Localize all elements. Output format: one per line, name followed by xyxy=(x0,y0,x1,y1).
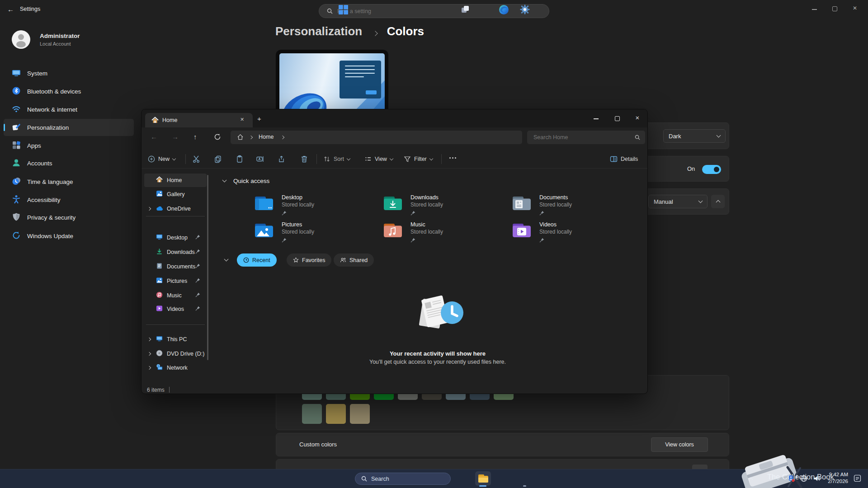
sidebar-item-home[interactable]: Home xyxy=(144,174,207,187)
copy-button[interactable] xyxy=(214,155,222,165)
details-button[interactable]: Details xyxy=(610,153,638,165)
more-options-button[interactable] xyxy=(449,157,456,159)
new-button[interactable]: New xyxy=(148,153,175,165)
gallery-icon xyxy=(156,190,163,198)
settings-search-box[interactable] xyxy=(319,4,549,18)
settings-taskbar-button[interactable] xyxy=(517,0,533,19)
sidebar-item-documents[interactable]: Documents xyxy=(144,260,207,273)
address-bar[interactable]: Home xyxy=(231,131,522,144)
sidebar-item-system[interactable]: System xyxy=(4,65,134,82)
taskbar-search-label: Search xyxy=(371,476,389,482)
settings-maximize-button[interactable] xyxy=(832,6,837,11)
sidebar-item-windows-update[interactable]: Windows Update xyxy=(4,227,134,244)
breadcrumb-parent[interactable]: Personalization xyxy=(275,24,362,38)
avatar[interactable] xyxy=(12,30,30,49)
task-view-button[interactable] xyxy=(458,0,472,19)
tab-favorites[interactable]: Favorites xyxy=(287,253,331,267)
breadcrumb-chevron-icon xyxy=(249,136,253,139)
window-minimize-button[interactable] xyxy=(594,118,599,119)
quick-access-item-documents[interactable]: Documents Stored locally xyxy=(512,194,634,215)
sidebar-scrollbar[interactable] xyxy=(207,175,208,360)
network-globe-icon[interactable] xyxy=(800,475,807,484)
explorer-search-input[interactable] xyxy=(533,134,635,141)
tray-badge-icon[interactable] xyxy=(788,475,795,484)
expand-chevron-icon[interactable] xyxy=(147,366,151,370)
file-explorer-taskbar-button[interactable] xyxy=(475,471,491,486)
sidebar-item-videos[interactable]: Videos xyxy=(144,302,207,316)
accent-mode-dropdown[interactable]: Manual xyxy=(648,195,708,208)
new-tab-button[interactable]: + xyxy=(257,115,261,122)
sidebar-item-pictures[interactable]: Pictures xyxy=(144,274,207,288)
sidebar-item-gallery[interactable]: Gallery xyxy=(144,188,207,201)
view-button[interactable]: View xyxy=(364,153,393,165)
accent-expander-button[interactable] xyxy=(711,195,725,208)
documents-icon xyxy=(156,263,163,271)
expand-chevron-icon[interactable] xyxy=(147,352,151,356)
view-colors-button[interactable]: View colors xyxy=(651,437,708,452)
sidebar-item-time-language[interactable]: Time & language xyxy=(4,173,134,190)
details-button-label: Details xyxy=(621,156,638,162)
mode-dropdown[interactable]: Dark xyxy=(663,129,726,143)
sidebar-item-accessibility[interactable]: Accessibility xyxy=(4,191,134,208)
sort-button[interactable]: Sort xyxy=(323,153,350,165)
explorer-search-box[interactable] xyxy=(527,131,645,144)
tab-close-icon[interactable]: ✕ xyxy=(240,117,244,122)
refresh-icon[interactable] xyxy=(214,133,221,142)
sidebar-item-personalization[interactable]: Personalization xyxy=(4,119,134,136)
quick-access-item-music[interactable]: Music Stored locally xyxy=(383,221,505,242)
quick-access-section-header[interactable]: Quick access xyxy=(223,176,269,185)
sidebar-item-this-pc[interactable]: This PC xyxy=(144,333,207,346)
sidebar-item-bluetooth[interactable]: Bluetooth & devices xyxy=(4,83,134,100)
sidebar-item-network[interactable]: Network xyxy=(144,361,207,375)
sidebar-item-dvd-drive[interactable]: DVD Drive (D:) u xyxy=(144,347,207,361)
delete-button[interactable] xyxy=(300,155,308,165)
paste-button[interactable] xyxy=(236,155,244,165)
apps-icon xyxy=(12,141,21,151)
sidebar-item-onedrive[interactable]: OneDrive xyxy=(144,202,207,216)
start-button[interactable] xyxy=(335,0,351,19)
nav-back-button[interactable]: ← xyxy=(151,133,157,141)
section-collapse-icon[interactable] xyxy=(222,178,227,183)
cut-button[interactable] xyxy=(192,155,200,165)
window-maximize-button[interactable] xyxy=(615,116,620,121)
sidebar-item-privacy[interactable]: Privacy & security xyxy=(4,209,134,226)
bluetooth-icon xyxy=(12,86,21,97)
pin-icon xyxy=(195,292,200,299)
quick-access-item-desktop[interactable]: Desktop Stored locally xyxy=(254,194,376,215)
settings-close-button[interactable]: ✕ xyxy=(853,5,857,11)
sidebar-item-apps[interactable]: Apps xyxy=(4,137,134,154)
settings-minimize-button[interactable] xyxy=(812,9,817,10)
share-button[interactable] xyxy=(278,155,286,165)
explorer-tab[interactable]: Home ✕ xyxy=(145,113,253,127)
accent-swatch[interactable] xyxy=(350,404,370,424)
accent-swatch[interactable] xyxy=(326,404,346,424)
desktop-folder-icon xyxy=(254,196,274,213)
sidebar-item-music[interactable]: Music xyxy=(144,289,207,302)
settings-back-button[interactable]: ← xyxy=(7,5,14,13)
transparency-toggle[interactable] xyxy=(702,165,721,174)
search-icon[interactable] xyxy=(635,135,640,140)
filter-button[interactable]: Filter xyxy=(404,153,433,165)
accent-swatch[interactable] xyxy=(302,404,322,424)
address-breadcrumb-home[interactable]: Home xyxy=(259,134,274,140)
expand-chevron-icon[interactable] xyxy=(147,338,151,341)
sidebar-item-downloads[interactable]: Downloads xyxy=(144,245,207,259)
tab-recent[interactable]: Recent xyxy=(237,253,277,267)
tab-shared[interactable]: Shared xyxy=(334,253,374,267)
window-close-button[interactable]: ✕ xyxy=(635,115,640,121)
tray-input-indicator-icon[interactable] xyxy=(854,474,861,484)
edge-taskbar-button[interactable] xyxy=(495,0,512,19)
sidebar-item-accounts[interactable]: Accounts xyxy=(4,155,134,172)
nav-up-button[interactable]: ↑ xyxy=(193,133,197,141)
section-collapse-icon[interactable] xyxy=(224,257,229,262)
sidebar-item-network[interactable]: Network & internet xyxy=(4,101,134,118)
rename-button[interactable] xyxy=(256,155,264,165)
clock-tray[interactable]: 9:42 AM 2/7/2026 xyxy=(809,471,848,485)
quick-access-item-pictures[interactable]: Pictures Stored locally xyxy=(254,221,376,242)
nav-forward-button[interactable]: → xyxy=(172,133,179,141)
taskbar-search-box[interactable]: Search xyxy=(355,473,451,485)
sidebar-item-desktop[interactable]: Desktop xyxy=(144,231,207,244)
expand-chevron-icon[interactable] xyxy=(147,207,151,211)
quick-access-item-videos[interactable]: Videos Stored locally xyxy=(512,221,634,242)
quick-access-item-downloads[interactable]: Downloads Stored locally xyxy=(383,194,505,215)
